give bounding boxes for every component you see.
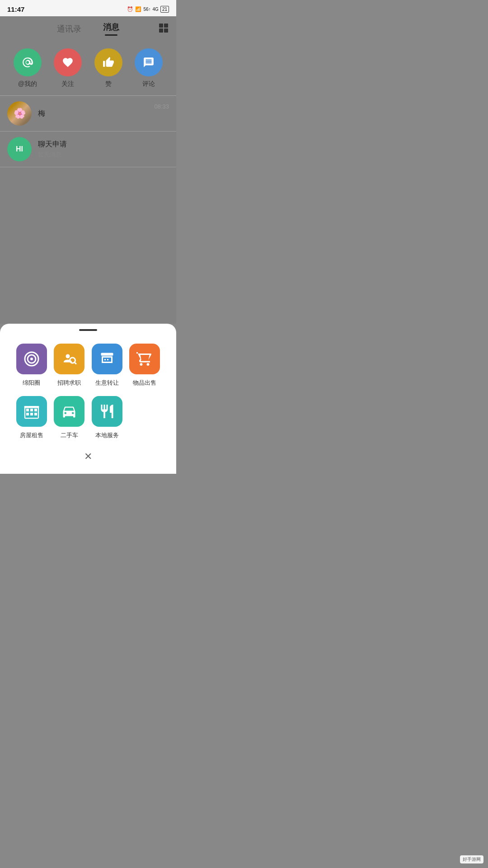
svg-rect-18 [24, 406, 39, 408]
signal-5g-icon: 56↑ [143, 7, 150, 12]
svg-rect-12 [26, 409, 29, 411]
battery-icon: 21 [160, 6, 169, 13]
svg-point-7 [66, 354, 70, 359]
grid-item-goods-sale[interactable]: 物品出售 [126, 344, 164, 387]
grid-icons-row2: 房屋租售 二手车 本地服务 [9, 396, 167, 439]
message-content-chat-request: 聊天申请 暂无消息 [38, 140, 169, 159]
local-service-icon-box [92, 396, 122, 427]
mianyang-circle-icon-box [16, 344, 47, 374]
grid-item-recruitment[interactable]: 招聘求职 [51, 344, 89, 387]
recruitment-label: 招聘求职 [57, 379, 81, 387]
svg-rect-16 [30, 413, 33, 415]
main-content-area: 通讯录 消息 @我的 关注 [0, 16, 176, 324]
quick-action-follow[interactable]: 关注 [54, 48, 82, 88]
grid-item-house-rental[interactable]: 房屋租售 [13, 396, 51, 439]
recruitment-icon-box [54, 344, 84, 374]
svg-rect-0 [159, 24, 163, 28]
status-time: 11:47 [7, 5, 24, 13]
svg-line-9 [75, 363, 76, 364]
message-preview-chat-request: 暂无消息 [38, 151, 169, 159]
svg-rect-3 [164, 28, 168, 33]
house-rental-icon-box [16, 396, 47, 427]
avatar-mei [7, 101, 32, 126]
quick-action-like[interactable]: 赞 [94, 48, 122, 88]
header-tabs: 通讯录 消息 [0, 16, 176, 39]
avatar-chat-request: HI [7, 137, 32, 161]
house-rental-label: 房屋租售 [20, 431, 43, 439]
status-bar: 11:47 ⏰ 📶 56↑ 4G 21 [0, 0, 176, 16]
used-car-label: 二手车 [61, 431, 78, 439]
quick-action-comment[interactable]: 评论 [135, 48, 163, 88]
grid-icons-row1: 绵阳圈 招聘求职 生意转让 [9, 344, 167, 387]
quick-actions: @我的 关注 赞 评论 [0, 39, 176, 95]
svg-rect-15 [26, 413, 29, 415]
tab-contacts[interactable]: 通讯录 [57, 24, 81, 38]
comment-label: 评论 [142, 80, 155, 88]
avatar-hi-icon: HI [7, 137, 32, 161]
local-service-label: 本地服务 [95, 431, 119, 439]
grid-item-business-transfer[interactable]: 生意转让 [88, 344, 126, 387]
avatar-photo-mei [7, 101, 32, 126]
like-label: 赞 [105, 80, 112, 88]
grid-item-used-car[interactable]: 二手车 [51, 396, 89, 439]
goods-sale-label: 物品出售 [133, 379, 156, 387]
grid-item-mianyang-circle[interactable]: 绵阳圈 [13, 344, 51, 387]
message-item-mei[interactable]: 梅 08:33 [0, 96, 176, 132]
message-item-chat-request[interactable]: HI 聊天申请 暂无消息 [0, 132, 176, 167]
message-name-chat-request: 聊天申请 [38, 140, 169, 149]
tab-messages[interactable]: 消息 [103, 22, 119, 39]
close-button[interactable]: ✕ [9, 448, 167, 465]
bottom-sheet-handle [79, 329, 97, 331]
business-transfer-icon-box [92, 344, 122, 374]
svg-rect-1 [164, 24, 168, 28]
follow-label: 关注 [61, 80, 74, 88]
grid-menu-icon[interactable] [158, 23, 169, 36]
signal-4g-icon: 4G [153, 7, 159, 12]
svg-rect-17 [34, 413, 37, 415]
like-icon-circle [94, 48, 122, 76]
svg-rect-10 [101, 353, 113, 356]
message-content-mei: 梅 [38, 109, 148, 118]
used-car-icon-box [54, 396, 84, 427]
bottom-sheet: 绵阳圈 招聘求职 生意转让 [0, 324, 176, 474]
message-list: 梅 08:33 HI 聊天申请 暂无消息 [0, 96, 176, 167]
mianyang-circle-label: 绵阳圈 [23, 379, 40, 387]
goods-sale-icon-box [129, 344, 160, 374]
grid-item-local-service[interactable]: 本地服务 [88, 396, 126, 439]
business-transfer-label: 生意转让 [95, 379, 119, 387]
alarm-icon: ⏰ [127, 6, 133, 12]
message-name-mei: 梅 [38, 109, 148, 118]
at-me-label: @我的 [18, 80, 37, 88]
comment-icon-circle [135, 48, 163, 76]
svg-point-6 [30, 358, 33, 360]
wifi-icon: 📶 [135, 6, 141, 12]
svg-rect-13 [30, 409, 33, 411]
at-me-icon-circle [14, 48, 42, 76]
svg-rect-14 [34, 409, 37, 411]
message-time-mei: 08:33 [154, 101, 169, 110]
status-icons: ⏰ 📶 56↑ 4G 21 [127, 6, 169, 13]
follow-icon-circle [54, 48, 82, 76]
close-icon: ✕ [80, 448, 96, 465]
svg-rect-2 [159, 28, 163, 33]
quick-action-at-me[interactable]: @我的 [14, 48, 42, 88]
